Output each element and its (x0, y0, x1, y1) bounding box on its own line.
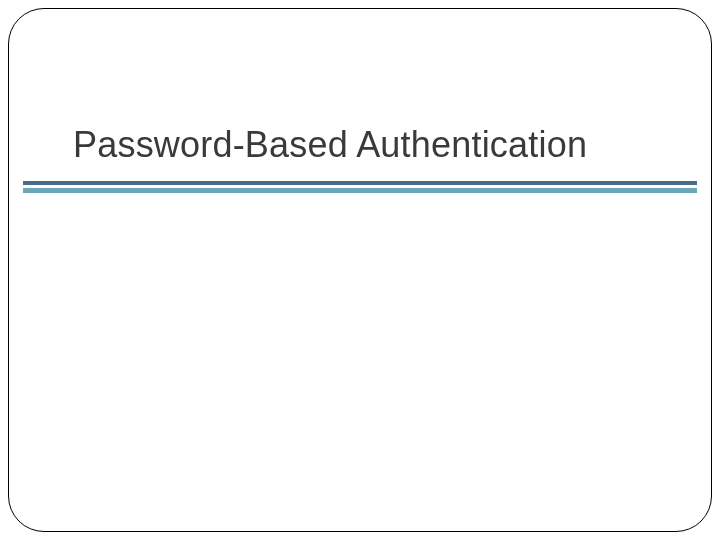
accent-bar-light (23, 188, 697, 193)
accent-bars (23, 181, 697, 193)
slide-title: Password-Based Authentication (73, 124, 647, 166)
title-area: Password-Based Authentication (73, 124, 647, 166)
slide-frame: Password-Based Authentication (8, 8, 712, 532)
